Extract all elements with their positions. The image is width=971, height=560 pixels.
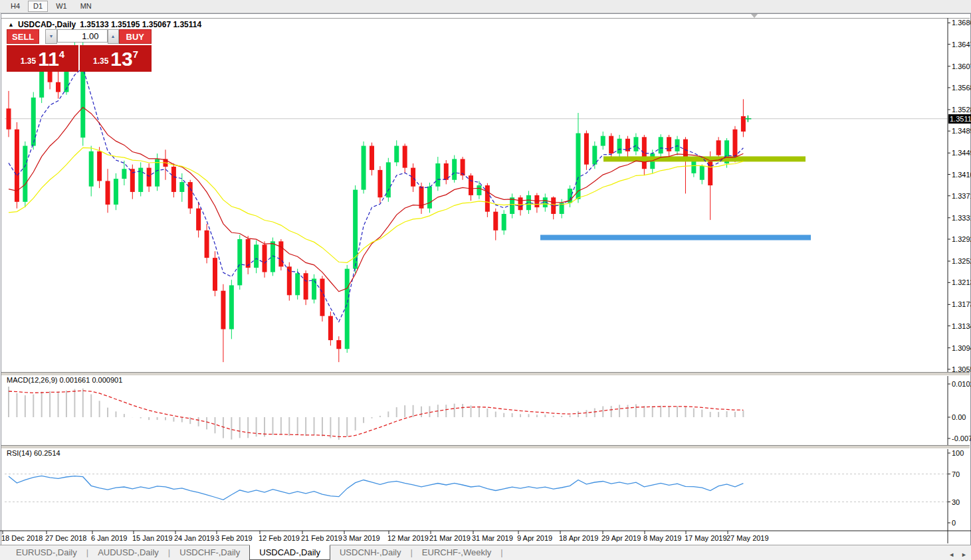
sell-price-pipette: 4 (59, 48, 64, 60)
macd-panel-divider[interactable] (1, 372, 970, 376)
timeframe-button-d1[interactable]: D1 (28, 1, 48, 12)
rsi-axis-label: 70 (952, 470, 960, 478)
volume-input[interactable] (57, 29, 108, 43)
rsi-axis-label: 100 (952, 449, 964, 457)
price-axis-label: 1.32920 (952, 235, 971, 243)
date-axis-label: 31 Mar 2019 (472, 534, 513, 542)
timeframe-toolbar: H4 D1 W1 MN (0, 0, 971, 13)
chart-tab-usdcnh[interactable]: USDCNH-,Daily (330, 545, 410, 560)
date-axis-label: 6 Jan 2019 (91, 534, 127, 542)
date-axis-label: 29 Apr 2019 (601, 534, 641, 542)
date-axis-label: 18 Dec 2018 (1, 534, 43, 542)
price-axis-label: 1.33310 (952, 214, 971, 222)
buy-button[interactable]: BUY (119, 29, 152, 44)
price-axis-label: 1.34890 (952, 127, 971, 135)
macd-axis-label: 0.010229 (952, 380, 971, 388)
scroll-position-marker[interactable] (751, 14, 758, 18)
chart-title: ▲ USDCAD-,Daily 1.35133 1.35195 1.35067 … (8, 20, 201, 29)
current-price-tag: 1.35114 (948, 114, 971, 124)
sell-price-prefix: 1.35 (21, 56, 36, 66)
price-axis-label: 1.34490 (952, 149, 971, 157)
collapse-panel-icon[interactable]: ▲ (8, 21, 14, 28)
date-axis-label: 21 Feb 2019 (301, 534, 342, 542)
chart-tab-usdchf[interactable]: USDCHF-,Daily (170, 545, 249, 560)
buy-price-display[interactable]: 1.35 13 7 (80, 45, 152, 72)
price-axis-label: 1.33710 (952, 192, 971, 200)
date-axis-label: 24 Jan 2019 (174, 534, 215, 542)
rsi-panel-divider[interactable] (1, 445, 970, 449)
sell-price-big-digits: 11 (38, 50, 59, 68)
volume-increase-icon[interactable]: ▲ (108, 29, 119, 44)
macd-indicator-label: MACD(12,26,9) 0.001661 0.000901 (7, 376, 122, 384)
price-axis-label: 1.36860 (952, 19, 971, 27)
chart-top-border (1, 18, 970, 19)
price-axis-label: 1.36470 (952, 41, 971, 48)
timeframe-button-h4[interactable]: H4 (5, 1, 25, 12)
date-axis-label: 8 May 2019 (643, 534, 681, 542)
macd-axis-label: 0.00 (952, 413, 966, 421)
chart-tab-eurusd[interactable]: EURUSD-,Daily (7, 545, 86, 560)
chart-tab-usdcad[interactable]: USDCAD-,Daily (249, 545, 330, 560)
price-axis-label: 1.31730 (952, 300, 971, 308)
price-axis-label: 1.35280 (952, 106, 971, 114)
price-axis-label: 1.31340 (952, 322, 971, 330)
price-axis-label: 1.30940 (952, 344, 971, 352)
one-click-trade-panel: SELL ▼ ▲ BUY 1.35 11 4 1.35 13 7 (7, 29, 152, 72)
macd-axis-label: -0.00747 (952, 434, 971, 442)
price-axis-label: 1.36070 (952, 62, 971, 70)
date-axis-label: 3 Feb 2019 (215, 534, 253, 542)
chart-window (1, 13, 971, 545)
tab-scroll-left-icon[interactable]: ◄ (948, 551, 954, 558)
tab-separator: | (500, 545, 502, 560)
rsi-axis-label: 0 (952, 519, 956, 527)
chart-symbol-label: USDCAD-,Daily (18, 20, 76, 29)
buy-price-prefix: 1.35 (93, 56, 108, 66)
date-axis-label: 27 May 2019 (726, 534, 769, 542)
date-axis-label: 17 May 2019 (685, 534, 727, 542)
date-axis-label: 9 Apr 2019 (517, 534, 552, 542)
rsi-indicator-label: RSI(14) 60.2514 (7, 449, 60, 457)
date-axis-label: 12 Mar 2019 (387, 534, 429, 542)
date-axis-label: 18 Apr 2019 (559, 534, 598, 542)
volume-decrease-icon[interactable]: ▼ (45, 29, 56, 44)
chart-ohlc-values: 1.35133 1.35195 1.35067 1.35114 (80, 20, 201, 29)
price-axis-label: 1.32130 (952, 278, 971, 286)
timeframe-button-w1[interactable]: W1 (51, 1, 72, 12)
sell-price-display[interactable]: 1.35 11 4 (7, 45, 78, 72)
date-axis-label: 21 Mar 2019 (429, 534, 471, 542)
date-axis-label: 3 Mar 2019 (343, 534, 380, 542)
date-axis-label: 15 Jan 2019 (132, 534, 173, 542)
chart-tab-audusd[interactable]: AUDUSD-,Daily (88, 545, 168, 560)
chart-tab-eurchf[interactable]: EURCHF-,Weekly (413, 545, 501, 560)
buy-price-pipette: 7 (133, 48, 138, 60)
buy-price-big-digits: 13 (110, 50, 132, 68)
chart-tab-bar: EURUSD-,Daily|AUDUSD-,Daily|USDCHF-,Dail… (0, 545, 971, 560)
sell-button[interactable]: SELL (7, 29, 39, 44)
date-axis-label: 27 Dec 2018 (45, 534, 86, 542)
rsi-axis-label: 30 (952, 498, 960, 506)
timeframe-button-mn[interactable]: MN (75, 1, 97, 12)
price-axis-label: 1.34100 (952, 171, 971, 179)
tab-scroll-right-icon[interactable]: ► (961, 551, 967, 558)
date-axis-label: 12 Feb 2019 (259, 534, 300, 542)
price-axis-label: 1.35680 (952, 84, 971, 92)
price-axis-label: 1.32520 (952, 257, 971, 265)
